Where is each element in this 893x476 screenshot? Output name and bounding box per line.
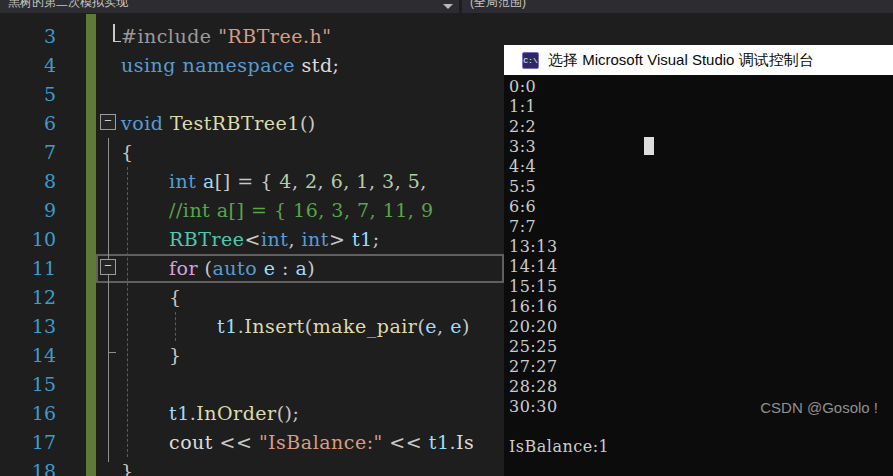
code-token: a — [203, 170, 215, 192]
console-output-line: 16:16 — [504, 297, 893, 317]
console-output-line: 27:27 — [504, 357, 893, 377]
console-output-line: 28:28 — [504, 377, 893, 397]
code-token: << — [213, 431, 259, 453]
code-token: t1 — [352, 228, 373, 250]
code-token: (); — [277, 402, 300, 424]
code-token: , — [292, 170, 305, 192]
console-output-line: 25:25 — [504, 337, 893, 357]
code-token: ( — [305, 315, 313, 337]
console-title-bar[interactable]: C:\ 选择 Microsoft Visual Studio 调试控制台 — [504, 45, 893, 75]
console-title: 选择 Microsoft Visual Studio 调试控制台 — [548, 45, 814, 75]
code-token: e — [264, 257, 276, 279]
code-token: e — [450, 315, 462, 337]
fold-collapse-icon[interactable]: − — [100, 114, 116, 130]
code-token: , — [420, 170, 427, 192]
console-output-line: 2:2 — [504, 117, 893, 137]
code-token: , — [343, 170, 356, 192]
code-token: < — [245, 228, 261, 250]
code-token: << — [383, 431, 429, 453]
console-output-line: 1:1 — [504, 97, 893, 117]
console-icon: C:\ — [522, 52, 539, 69]
code-token: //int a[] = { 16, 3, 7, 11, 9 — [169, 199, 434, 221]
code-token: cout — [169, 431, 213, 453]
code-token: Insert — [244, 315, 304, 337]
code-token: () — [300, 112, 316, 134]
code-token: void — [121, 112, 163, 134]
code-token: 4 — [279, 170, 292, 192]
code-token: #include — [121, 25, 218, 47]
console-output-line: IsBalance:1 — [504, 437, 893, 457]
code-token: InOrder — [196, 402, 276, 424]
code-token: int — [261, 228, 288, 250]
code-token: "RBTree.h" — [218, 25, 331, 47]
code-token: : — [275, 257, 295, 279]
code-token: ( — [198, 257, 212, 279]
context-dropdown[interactable]: 黑树的第二次模拟实现 — [8, 0, 128, 11]
watermark: CSDN @Gosolo ! — [760, 399, 878, 416]
code-token: ) — [462, 315, 470, 337]
console-output-line: 20:20 — [504, 317, 893, 337]
code-token: [] = { — [215, 170, 279, 192]
code-token: 3 — [382, 170, 395, 192]
console-output-line: 13:13 — [504, 237, 893, 257]
console-output-line: 0:0 — [504, 77, 893, 97]
code-token: { — [121, 141, 134, 163]
code-token: 5 — [408, 170, 421, 192]
code-token: { — [169, 286, 182, 308]
code-token: } — [169, 344, 182, 366]
code-token: } — [121, 460, 134, 476]
code-token: auto — [213, 257, 258, 279]
chevron-down-icon[interactable] — [443, 4, 453, 9]
console-cursor — [644, 137, 654, 155]
code-token: ; — [373, 228, 380, 250]
code-token: , — [369, 170, 382, 192]
code-token: namespace — [183, 54, 295, 76]
code-token: std; — [295, 54, 340, 76]
code-token: for — [169, 257, 198, 279]
nav-separator — [459, 0, 462, 13]
code-token: int — [301, 228, 328, 250]
code-token: > — [329, 228, 352, 250]
code-token: , — [288, 228, 301, 250]
code-token: , — [395, 170, 408, 192]
code-token: make_pair — [313, 315, 418, 337]
text-caret — [113, 24, 121, 42]
vs-window: 黑树的第二次模拟实现 (全局范围) 3#include "RBTree.h"4u… — [0, 0, 893, 476]
console-output-line: 14:14 — [504, 257, 893, 277]
navigation-bar: 黑树的第二次模拟实现 (全局范围) — [0, 0, 893, 13]
code-token: using — [121, 54, 176, 76]
code-token: t1 — [217, 315, 238, 337]
code-token: TestRBTree1 — [170, 112, 300, 134]
console-output-line: 6:6 — [504, 197, 893, 217]
code-token: ) — [307, 257, 315, 279]
code-token: , — [437, 315, 450, 337]
code-token: "IsBalance:" — [259, 431, 383, 453]
code-token: 2 — [305, 170, 318, 192]
code-token: RBTree — [169, 228, 245, 250]
console-output-line: 7:7 — [504, 217, 893, 237]
code-token: e — [425, 315, 437, 337]
code-token: Is — [456, 431, 474, 453]
console-output-line: 15:15 — [504, 277, 893, 297]
console-output-line — [504, 417, 893, 437]
code-token: t1 — [429, 431, 450, 453]
code-token: 1 — [356, 170, 369, 192]
code-token: a — [295, 257, 307, 279]
console-output-line: 3:3 — [504, 137, 893, 157]
code-token: , — [318, 170, 331, 192]
fold-collapse-icon[interactable]: − — [100, 259, 116, 275]
console-output-line: 4:4 — [504, 157, 893, 177]
code-token: int — [169, 170, 196, 192]
code-token: 6 — [331, 170, 344, 192]
code-token: t1 — [169, 402, 190, 424]
console-output-line: 5:5 — [504, 177, 893, 197]
scope-dropdown[interactable]: (全局范围) — [470, 0, 526, 11]
